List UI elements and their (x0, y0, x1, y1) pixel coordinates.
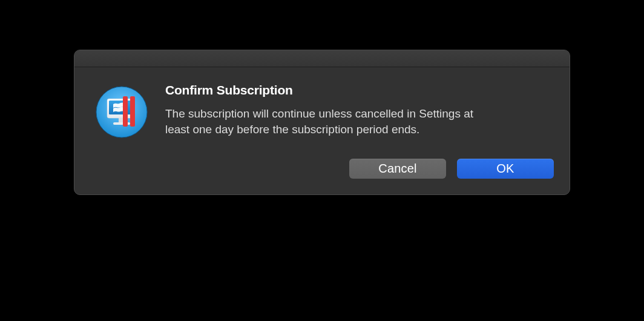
dialog-body: Confirm Subscription The subscription wi… (74, 67, 570, 194)
ok-button[interactable]: OK (457, 159, 554, 179)
svg-rect-6 (123, 96, 128, 127)
dialog-message: The subscription will continue unless ca… (165, 106, 480, 137)
svg-rect-7 (130, 96, 135, 127)
dialog-title: Confirm Subscription (165, 83, 554, 98)
app-icon (90, 83, 148, 179)
cancel-button[interactable]: Cancel (349, 159, 446, 179)
dialog-content: Confirm Subscription The subscription wi… (165, 83, 554, 179)
button-row: Cancel OK (165, 159, 554, 179)
dialog-titlebar (74, 50, 570, 67)
confirm-subscription-dialog: Confirm Subscription The subscription wi… (74, 50, 570, 195)
